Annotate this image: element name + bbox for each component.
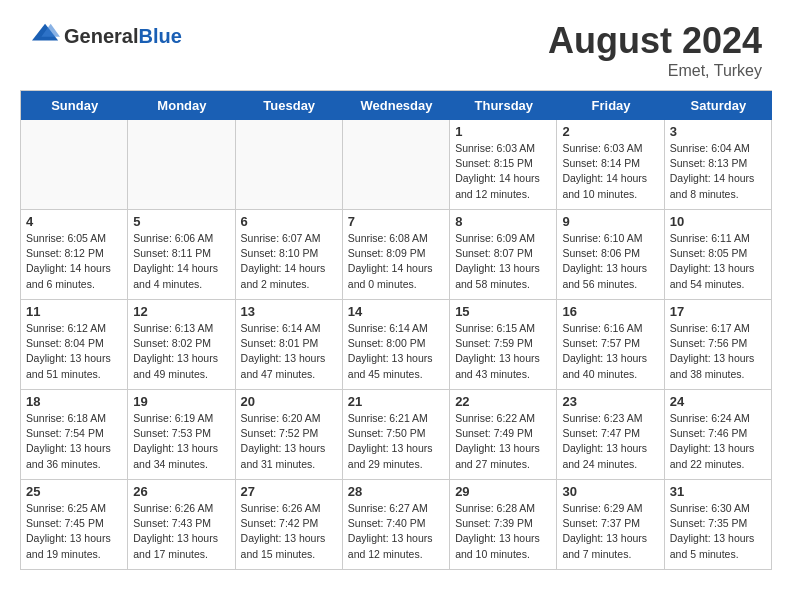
day-cell-17: 17Sunrise: 6:17 AM Sunset: 7:56 PM Dayli…: [665, 300, 772, 390]
day-info: Sunrise: 6:18 AM Sunset: 7:54 PM Dayligh…: [26, 411, 122, 472]
header: GeneralBlue August 2024 Emet, Turkey: [0, 0, 792, 90]
day-info: Sunrise: 6:11 AM Sunset: 8:05 PM Dayligh…: [670, 231, 766, 292]
header-thursday: Thursday: [450, 91, 557, 120]
day-cell-14: 14Sunrise: 6:14 AM Sunset: 8:00 PM Dayli…: [343, 300, 450, 390]
day-cell-10: 10Sunrise: 6:11 AM Sunset: 8:05 PM Dayli…: [665, 210, 772, 300]
day-number: 6: [241, 214, 337, 229]
day-number: 29: [455, 484, 551, 499]
day-info: Sunrise: 6:19 AM Sunset: 7:53 PM Dayligh…: [133, 411, 229, 472]
day-number: 2: [562, 124, 658, 139]
day-cell-4: 4Sunrise: 6:05 AM Sunset: 8:12 PM Daylig…: [21, 210, 128, 300]
week-row-2: 4Sunrise: 6:05 AM Sunset: 8:12 PM Daylig…: [20, 210, 772, 300]
day-cell-18: 18Sunrise: 6:18 AM Sunset: 7:54 PM Dayli…: [21, 390, 128, 480]
day-number: 10: [670, 214, 766, 229]
header-tuesday: Tuesday: [236, 91, 343, 120]
day-number: 25: [26, 484, 122, 499]
day-number: 4: [26, 214, 122, 229]
header-wednesday: Wednesday: [343, 91, 450, 120]
day-cell-12: 12Sunrise: 6:13 AM Sunset: 8:02 PM Dayli…: [128, 300, 235, 390]
day-info: Sunrise: 6:05 AM Sunset: 8:12 PM Dayligh…: [26, 231, 122, 292]
day-info: Sunrise: 6:12 AM Sunset: 8:04 PM Dayligh…: [26, 321, 122, 382]
header-sunday: Sunday: [21, 91, 128, 120]
day-number: 15: [455, 304, 551, 319]
day-cell-25: 25Sunrise: 6:25 AM Sunset: 7:45 PM Dayli…: [21, 480, 128, 570]
day-info: Sunrise: 6:06 AM Sunset: 8:11 PM Dayligh…: [133, 231, 229, 292]
page-container: GeneralBlue August 2024 Emet, Turkey Sun…: [0, 0, 792, 570]
header-saturday: Saturday: [665, 91, 772, 120]
day-number: 13: [241, 304, 337, 319]
day-cell-23: 23Sunrise: 6:23 AM Sunset: 7:47 PM Dayli…: [557, 390, 664, 480]
day-cell-22: 22Sunrise: 6:22 AM Sunset: 7:49 PM Dayli…: [450, 390, 557, 480]
day-cell-30: 30Sunrise: 6:29 AM Sunset: 7:37 PM Dayli…: [557, 480, 664, 570]
day-number: 20: [241, 394, 337, 409]
day-number: 30: [562, 484, 658, 499]
day-info: Sunrise: 6:20 AM Sunset: 7:52 PM Dayligh…: [241, 411, 337, 472]
week-row-1: 1Sunrise: 6:03 AM Sunset: 8:15 PM Daylig…: [20, 120, 772, 210]
day-cell-31: 31Sunrise: 6:30 AM Sunset: 7:35 PM Dayli…: [665, 480, 772, 570]
day-info: Sunrise: 6:17 AM Sunset: 7:56 PM Dayligh…: [670, 321, 766, 382]
day-number: 9: [562, 214, 658, 229]
day-info: Sunrise: 6:28 AM Sunset: 7:39 PM Dayligh…: [455, 501, 551, 562]
day-number: 12: [133, 304, 229, 319]
header-friday: Friday: [557, 91, 664, 120]
title-area: August 2024 Emet, Turkey: [548, 20, 762, 80]
day-info: Sunrise: 6:14 AM Sunset: 8:00 PM Dayligh…: [348, 321, 444, 382]
day-cell-2: 2Sunrise: 6:03 AM Sunset: 8:14 PM Daylig…: [557, 120, 664, 210]
day-cell-21: 21Sunrise: 6:21 AM Sunset: 7:50 PM Dayli…: [343, 390, 450, 480]
day-info: Sunrise: 6:03 AM Sunset: 8:14 PM Dayligh…: [562, 141, 658, 202]
day-cell-5: 5Sunrise: 6:06 AM Sunset: 8:11 PM Daylig…: [128, 210, 235, 300]
day-info: Sunrise: 6:30 AM Sunset: 7:35 PM Dayligh…: [670, 501, 766, 562]
day-info: Sunrise: 6:24 AM Sunset: 7:46 PM Dayligh…: [670, 411, 766, 472]
day-info: Sunrise: 6:15 AM Sunset: 7:59 PM Dayligh…: [455, 321, 551, 382]
day-number: 27: [241, 484, 337, 499]
day-info: Sunrise: 6:09 AM Sunset: 8:07 PM Dayligh…: [455, 231, 551, 292]
day-cell-1: 1Sunrise: 6:03 AM Sunset: 8:15 PM Daylig…: [450, 120, 557, 210]
day-number: 21: [348, 394, 444, 409]
day-info: Sunrise: 6:26 AM Sunset: 7:42 PM Dayligh…: [241, 501, 337, 562]
day-number: 5: [133, 214, 229, 229]
week-row-5: 25Sunrise: 6:25 AM Sunset: 7:45 PM Dayli…: [20, 480, 772, 570]
logo-text: GeneralBlue: [64, 25, 182, 47]
calendar-container: Sunday Monday Tuesday Wednesday Thursday…: [20, 90, 772, 570]
empty-cell: [343, 120, 450, 210]
day-info: Sunrise: 6:23 AM Sunset: 7:47 PM Dayligh…: [562, 411, 658, 472]
empty-cell: [236, 120, 343, 210]
day-number: 16: [562, 304, 658, 319]
day-number: 31: [670, 484, 766, 499]
day-number: 24: [670, 394, 766, 409]
calendar-body: 1Sunrise: 6:03 AM Sunset: 8:15 PM Daylig…: [20, 120, 772, 570]
day-number: 22: [455, 394, 551, 409]
location: Emet, Turkey: [548, 62, 762, 80]
day-number: 17: [670, 304, 766, 319]
day-info: Sunrise: 6:08 AM Sunset: 8:09 PM Dayligh…: [348, 231, 444, 292]
day-number: 18: [26, 394, 122, 409]
logo-blue: Blue: [138, 25, 181, 47]
day-number: 26: [133, 484, 229, 499]
day-info: Sunrise: 6:03 AM Sunset: 8:15 PM Dayligh…: [455, 141, 551, 202]
day-cell-29: 29Sunrise: 6:28 AM Sunset: 7:39 PM Dayli…: [450, 480, 557, 570]
day-info: Sunrise: 6:21 AM Sunset: 7:50 PM Dayligh…: [348, 411, 444, 472]
calendar-grid: Sunday Monday Tuesday Wednesday Thursday…: [20, 90, 772, 120]
day-cell-8: 8Sunrise: 6:09 AM Sunset: 8:07 PM Daylig…: [450, 210, 557, 300]
day-info: Sunrise: 6:14 AM Sunset: 8:01 PM Dayligh…: [241, 321, 337, 382]
day-number: 11: [26, 304, 122, 319]
day-number: 3: [670, 124, 766, 139]
day-number: 23: [562, 394, 658, 409]
day-info: Sunrise: 6:29 AM Sunset: 7:37 PM Dayligh…: [562, 501, 658, 562]
day-info: Sunrise: 6:13 AM Sunset: 8:02 PM Dayligh…: [133, 321, 229, 382]
day-cell-11: 11Sunrise: 6:12 AM Sunset: 8:04 PM Dayli…: [21, 300, 128, 390]
day-info: Sunrise: 6:16 AM Sunset: 7:57 PM Dayligh…: [562, 321, 658, 382]
day-info: Sunrise: 6:10 AM Sunset: 8:06 PM Dayligh…: [562, 231, 658, 292]
header-monday: Monday: [128, 91, 235, 120]
day-info: Sunrise: 6:27 AM Sunset: 7:40 PM Dayligh…: [348, 501, 444, 562]
month-year: August 2024: [548, 20, 762, 62]
day-number: 14: [348, 304, 444, 319]
day-cell-24: 24Sunrise: 6:24 AM Sunset: 7:46 PM Dayli…: [665, 390, 772, 480]
day-cell-7: 7Sunrise: 6:08 AM Sunset: 8:09 PM Daylig…: [343, 210, 450, 300]
day-number: 8: [455, 214, 551, 229]
day-info: Sunrise: 6:07 AM Sunset: 8:10 PM Dayligh…: [241, 231, 337, 292]
day-info: Sunrise: 6:26 AM Sunset: 7:43 PM Dayligh…: [133, 501, 229, 562]
day-cell-6: 6Sunrise: 6:07 AM Sunset: 8:10 PM Daylig…: [236, 210, 343, 300]
day-cell-15: 15Sunrise: 6:15 AM Sunset: 7:59 PM Dayli…: [450, 300, 557, 390]
day-cell-13: 13Sunrise: 6:14 AM Sunset: 8:01 PM Dayli…: [236, 300, 343, 390]
